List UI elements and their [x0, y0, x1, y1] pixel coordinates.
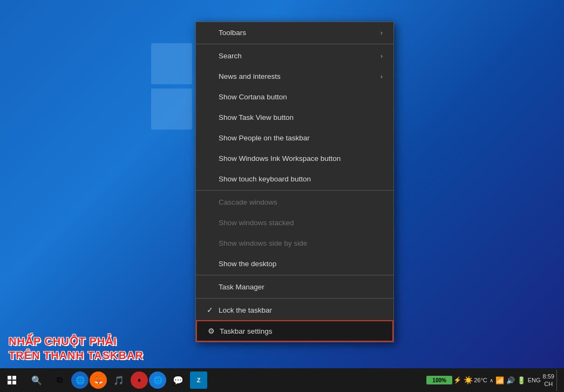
menu-label-people: Show People on the taskbar — [219, 134, 383, 142]
menu-item-cascade: Cascade windows — [196, 192, 393, 212]
check-icon-settings: ⚙ — [208, 327, 218, 335]
svg-rect-1 — [12, 376, 16, 380]
menu-label-sidebyside: Show windows side by side — [219, 239, 383, 247]
menu-label-settings: Taskbar settings — [220, 327, 382, 335]
separator-after-toolbars — [196, 44, 393, 44]
taskbar-app5[interactable]: 💬 — [167, 369, 189, 391]
menu-label-taskview: Show Task View button — [219, 113, 383, 121]
arrow-icon-toolbars: › — [380, 29, 383, 37]
menu-item-sidebyside: Show windows side by side — [196, 233, 393, 253]
taskbar-search[interactable]: 🔍 — [26, 369, 47, 391]
context-menu: Toolbars›Search›News and interests›Show … — [195, 22, 394, 342]
menu-label-desktop: Show the desktop — [219, 260, 383, 268]
menu-item-search[interactable]: Search› — [196, 45, 393, 66]
weather-display: ☀️ 26°C — [464, 376, 487, 384]
volume-icon: 🔊 — [506, 376, 515, 384]
menu-item-lock[interactable]: ✓Lock the taskbar — [196, 300, 393, 320]
menu-label-cascade: Cascade windows — [219, 198, 383, 206]
arrow-icon-search: › — [380, 52, 383, 60]
menu-item-taskview[interactable]: Show Task View button — [196, 107, 393, 127]
taskbar-browser1[interactable]: 🌐 — [71, 371, 89, 389]
svg-rect-0 — [8, 376, 11, 380]
language-indicator: ENG — [528, 377, 541, 383]
menu-item-ink[interactable]: Show Windows Ink Workspace button — [196, 148, 393, 168]
menu-item-settings[interactable]: ⚙Taskbar settings — [196, 320, 393, 342]
menu-label-cortana: Show Cortana button — [219, 93, 383, 101]
menu-label-search: Search — [219, 52, 380, 60]
menu-item-toolbars[interactable]: Toolbars› — [196, 22, 393, 43]
wifi-icon: 📶 — [495, 376, 504, 384]
corner-line1: NHẤP CHUỘT PHẢI — [9, 334, 144, 348]
corner-line2: TRÊN THANH TASKBAR — [9, 348, 144, 362]
corner-text-overlay: NHẤP CHUỘT PHẢI TRÊN THANH TASKBAR — [9, 334, 144, 362]
tray-up-arrow[interactable]: ∧ — [490, 377, 493, 383]
taskbar-taskview[interactable]: ⧉ — [49, 369, 70, 391]
taskbar-app3[interactable]: ♦ — [131, 371, 148, 389]
taskbar-app2[interactable]: 🎵 — [108, 369, 130, 391]
menu-item-news[interactable]: News and interests› — [196, 66, 393, 86]
menu-label-touch: Show touch keyboard button — [219, 175, 383, 183]
clock[interactable]: 8:59 CH — [543, 373, 554, 388]
menu-item-desktop[interactable]: Show the desktop — [196, 253, 393, 274]
taskbar-right-area: 100% ⚡ ☀️ 26°C ∧ 📶 🔊 🔋 ENG 8:59 CH — [426, 369, 564, 391]
menu-label-toolbars: Toolbars — [219, 29, 380, 37]
menu-item-cortana[interactable]: Show Cortana button — [196, 86, 393, 107]
show-desktop-button[interactable] — [556, 369, 560, 391]
separator-after-desktop — [196, 275, 393, 275]
battery-icon: 🔋 — [517, 376, 526, 384]
menu-label-news: News and interests — [219, 72, 380, 80]
taskbar-pinned-icons: 🔍 ⧉ 🌐 🦊 🎵 ♦ 🌐 💬 Z — [24, 369, 209, 391]
taskbar-app1[interactable]: 🦊 — [90, 371, 107, 389]
svg-rect-2 — [8, 381, 11, 384]
taskbar-app6[interactable]: Z — [190, 371, 207, 389]
sun-icon: ☀️ — [464, 376, 473, 384]
menu-item-taskmanager[interactable]: Task Manager — [196, 276, 393, 297]
menu-item-people[interactable]: Show People on the taskbar — [196, 127, 393, 148]
taskbar: 🔍 ⧉ 🌐 🦊 🎵 ♦ 🌐 💬 Z 100% ⚡ ☀️ 2 — [0, 368, 564, 392]
bolt-icon: ⚡ — [453, 376, 461, 384]
menu-label-ink: Show Windows Ink Workspace button — [219, 154, 383, 163]
desktop: Toolbars›Search›News and interests›Show … — [0, 0, 564, 392]
taskbar-app4[interactable]: 🌐 — [149, 371, 166, 389]
menu-label-lock: Lock the taskbar — [219, 306, 383, 314]
separator-after-taskmanager — [196, 298, 393, 299]
menu-item-touch[interactable]: Show touch keyboard button — [196, 168, 393, 189]
arrow-icon-news: › — [380, 72, 383, 80]
menu-label-stacked: Show windows stacked — [219, 219, 383, 227]
menu-label-taskmanager: Task Manager — [219, 283, 383, 291]
battery-indicator: 100% — [426, 376, 452, 384]
menu-item-stacked: Show windows stacked — [196, 212, 393, 233]
check-icon-lock: ✓ — [207, 306, 216, 314]
start-button[interactable] — [0, 368, 24, 392]
separator-after-touch — [196, 190, 393, 191]
svg-rect-3 — [12, 381, 16, 384]
